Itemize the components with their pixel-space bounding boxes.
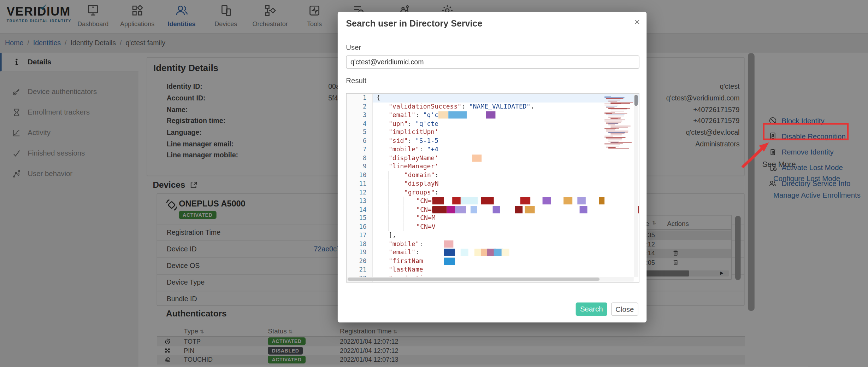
redaction-block (447, 206, 455, 213)
code-line: "lineManager' (373, 162, 639, 171)
redaction-block (432, 197, 444, 204)
redaction-block (461, 197, 478, 204)
line-number: 15 (347, 214, 372, 222)
code-line: "mobile": (373, 240, 639, 248)
directory-service-modal: Search user in Directory Service × User … (338, 12, 646, 322)
modal-close-icon[interactable]: × (634, 17, 640, 28)
line-number: 2 (347, 102, 372, 111)
line-number: 9 (347, 162, 372, 171)
redaction-block (580, 206, 587, 213)
redaction-block (444, 249, 455, 256)
redaction-block (515, 206, 522, 213)
line-number: 12 (347, 188, 372, 197)
editor-hscroll-thumb[interactable] (348, 278, 600, 281)
line-number: 5 (347, 128, 372, 136)
line-number: 18 (347, 240, 372, 248)
code-line: "firstNam (373, 257, 639, 265)
json-result-editor[interactable]: 12345678910111213141516171819202122 {"va… (346, 93, 639, 282)
editor-horizontal-scrollbar[interactable] (347, 277, 633, 281)
editor-code-area: {"validationSuccess": "NAME_VALIDATED","… (373, 94, 639, 282)
code-line: "validationSuccess": "NAME_VALIDATED", (373, 102, 639, 111)
editor-vertical-scrollbar[interactable] (634, 94, 638, 277)
redaction-block (525, 206, 535, 213)
redaction-block (599, 197, 604, 204)
line-number: 14 (347, 205, 372, 214)
line-number: 3 (347, 111, 372, 119)
code-line: "email": (373, 248, 639, 257)
user-field-label: User (346, 43, 361, 52)
redaction-block (563, 197, 572, 204)
line-number: 19 (347, 248, 372, 257)
search-button[interactable]: Search (576, 303, 607, 316)
veridium-admin-app: VERIDIUM TRUSTED DIGITAL IDENTITY Dashbo… (0, 0, 868, 367)
redaction-block (486, 111, 496, 118)
line-number: 6 (347, 136, 372, 145)
code-line: { (373, 94, 639, 102)
code-line: "lastName (373, 266, 639, 274)
line-number: 1 (347, 94, 372, 102)
line-number: 20 (347, 257, 372, 265)
line-number: 10 (347, 171, 372, 179)
code-line: ], (373, 231, 639, 239)
line-number: 7 (347, 145, 372, 154)
line-number: 4 (347, 120, 372, 128)
code-line: "displayN (373, 180, 639, 188)
code-line: "groups": (373, 188, 639, 197)
redaction-block (455, 206, 466, 213)
code-line: "upn": "q'cte (373, 120, 639, 128)
user-search-input[interactable] (346, 56, 639, 69)
redaction-block (432, 206, 447, 213)
redaction-block (471, 206, 477, 213)
redaction-block (493, 206, 500, 213)
code-line: "implicitUpn' (373, 128, 639, 136)
redaction-block (444, 257, 455, 264)
editor-minimap (604, 96, 632, 150)
redaction-block (543, 197, 551, 204)
code-line: "domain": (373, 171, 639, 179)
line-number: 13 (347, 197, 372, 205)
modal-title: Search user in Directory Service (346, 19, 482, 29)
line-number: 11 (347, 180, 372, 188)
redaction-block (481, 197, 494, 204)
editor-line-number-gutter: 12345678910111213141516171819202122 (347, 94, 373, 282)
line-number: 17 (347, 231, 372, 239)
editor-vscroll-thumb[interactable] (634, 95, 638, 106)
code-line: "CN=V (373, 222, 639, 231)
code-line: "email": "q'c (373, 111, 639, 119)
code-line: "mobile": "+4 (373, 145, 639, 154)
code-line: "CN=V (373, 197, 639, 205)
code-line: "CN=M (373, 214, 639, 222)
close-button[interactable]: Close (611, 303, 638, 316)
line-number: 21 (347, 266, 372, 274)
line-number: 16 (347, 222, 372, 231)
annotation-highlight-box (763, 123, 849, 140)
redaction-block (438, 111, 448, 118)
redaction-block (444, 240, 454, 247)
redaction-block (448, 111, 467, 118)
redaction-block (502, 249, 509, 256)
line-number: 8 (347, 154, 372, 162)
code-line: "sid": "S-1-5 (373, 136, 639, 145)
redaction-block (461, 249, 468, 256)
result-label: Result (346, 76, 366, 85)
code-line: "displayName' (373, 154, 639, 162)
redaction-block (452, 197, 461, 204)
redaction-block (472, 154, 482, 161)
redaction-block (520, 197, 530, 204)
redaction-block (577, 197, 586, 204)
code-line: "CN=D (373, 205, 639, 214)
